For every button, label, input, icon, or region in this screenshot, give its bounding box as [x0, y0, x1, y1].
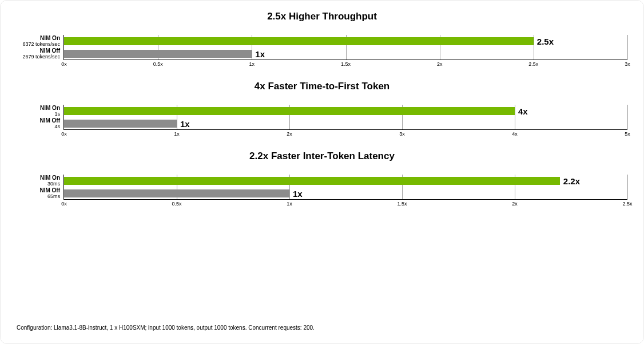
category-label: NIM Off	[39, 118, 60, 124]
bar-nim-off	[64, 50, 252, 58]
x-tick: 1.5x	[341, 60, 351, 67]
bar-nim-on	[64, 37, 534, 45]
bar-value-label: 1x	[177, 119, 190, 129]
bar-nim-off	[64, 120, 177, 128]
bar-value-label: 1x	[252, 49, 265, 59]
chart-throughput: 2.5x Higher Throughput NIM On 6372 token…	[17, 11, 627, 60]
plot-area: 0x 1x 2x 3x 4x 5x 4x 1x	[63, 105, 627, 130]
bar-value-label: 4x	[515, 106, 528, 116]
footnote: Configuration: Llama3.1-8B-instruct, 1 x…	[17, 325, 315, 331]
x-tick: 0x	[61, 129, 67, 137]
category-sublabel: 4s	[54, 124, 60, 129]
chart-title: 4x Faster Time-to-First Token	[17, 81, 627, 92]
category-sublabel: 30ms	[47, 181, 60, 187]
y-axis-labels: NIM On 6372 tokens/sec NIM Off 2679 toke…	[17, 35, 63, 60]
category-sublabel: 1s	[54, 112, 60, 117]
category-label: NIM On	[40, 35, 60, 41]
plot-area: 0x 0.5x 1x 1.5x 2x 2.5x 2.2x 1x	[63, 175, 627, 200]
x-tick: 0x	[61, 199, 67, 207]
x-tick: 2.5x	[622, 199, 632, 207]
chart-title: 2.5x Higher Throughput	[17, 11, 627, 22]
x-tick: 2x	[512, 199, 518, 207]
category-label: NIM Off	[39, 188, 60, 193]
x-tick: 1x	[174, 129, 180, 137]
category-label: NIM On	[40, 175, 60, 181]
x-tick: 0.5x	[172, 199, 181, 207]
chart-ttft: 4x Faster Time-to-First Token NIM On 1s …	[17, 81, 627, 130]
category-sublabel: 65ms	[47, 194, 60, 199]
chart-itl: 2.2x Faster Inter-Token Latency NIM On 3…	[17, 151, 627, 200]
bar-value-label: 2.2x	[560, 176, 580, 186]
plot-area: 0x 0.5x 1x 1.5x 2x 2.5x 3x 2.5x 1x	[63, 35, 627, 60]
chart-title: 2.2x Faster Inter-Token Latency	[17, 151, 627, 162]
y-axis-labels: NIM On 30ms NIM Off 65ms	[17, 175, 63, 200]
x-tick: 3x	[399, 129, 405, 137]
x-tick: 0x	[61, 60, 67, 67]
x-tick: 1x	[249, 60, 255, 67]
x-tick: 4x	[512, 129, 518, 137]
category-sublabel: 6372 tokens/sec	[22, 42, 60, 47]
x-tick: 1x	[287, 199, 292, 207]
chart-container: 2.5x Higher Throughput NIM On 6372 token…	[0, 0, 644, 344]
bar-nim-on	[64, 107, 515, 115]
category-label: NIM Off	[39, 48, 60, 54]
x-tick: 2.5x	[528, 60, 538, 67]
x-tick: 1.5x	[397, 199, 407, 207]
x-tick: 0.5x	[153, 60, 163, 67]
category-sublabel: 2679 tokens/sec	[22, 54, 60, 60]
x-tick: 2x	[437, 60, 443, 67]
bar-value-label: 1x	[289, 189, 303, 199]
x-tick: 5x	[625, 129, 630, 137]
category-label: NIM On	[40, 105, 60, 111]
bar-nim-off	[64, 189, 289, 197]
x-tick: 3x	[625, 60, 630, 67]
bar-nim-on	[64, 177, 560, 185]
y-axis-labels: NIM On 1s NIM Off 4s	[17, 105, 63, 130]
x-tick: 2x	[287, 129, 292, 137]
bar-value-label: 2.5x	[534, 37, 554, 46]
